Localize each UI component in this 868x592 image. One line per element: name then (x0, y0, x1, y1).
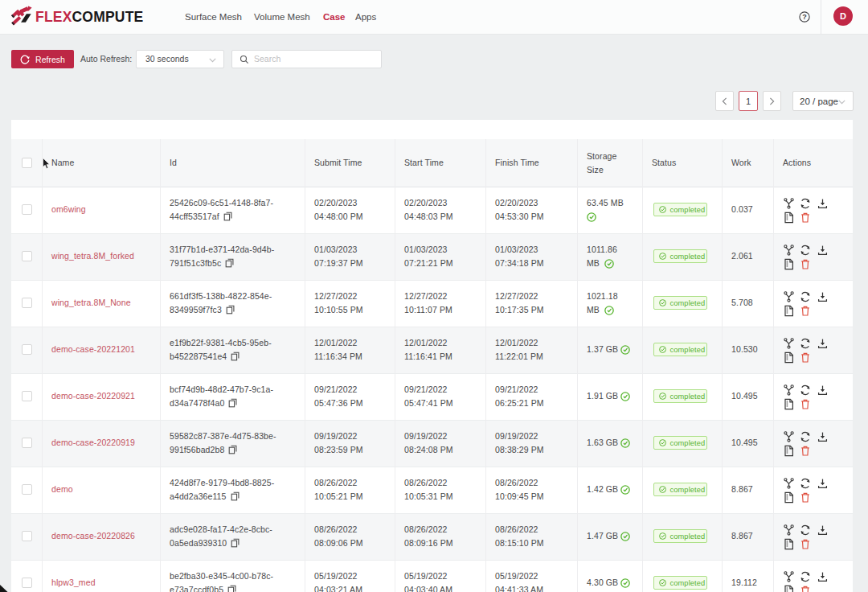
svg-text:?: ? (802, 13, 807, 21)
